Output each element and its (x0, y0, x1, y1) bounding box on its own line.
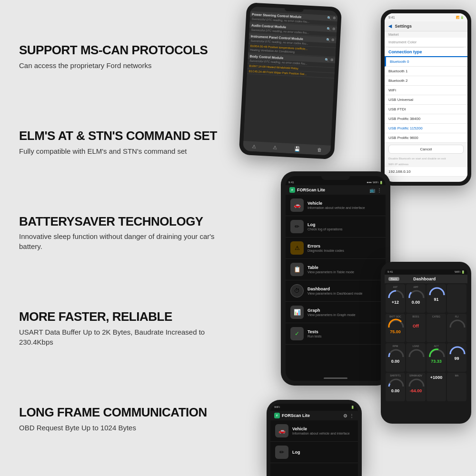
phone-dashboard: 9:41 WiFi🔋 Back Dashboard AST (381, 262, 471, 424)
left-panel: SUPPORT MS-CAN PROTOCOLS Can access the … (0, 0, 233, 476)
dashboard-time: 9:41 (387, 270, 393, 274)
dash-cell-unknown1: 91 (426, 284, 446, 313)
dash-cell-empty1 (447, 284, 466, 313)
connection-usb-universal[interactable]: USB Universal (385, 95, 467, 105)
dash-cell-ma: MA (447, 373, 466, 401)
phone-forscan-bottom: WiFi 🔋 F FORScan Lite ⚙ ⋮ 🚗 (267, 400, 362, 476)
forscan2-logo: F FORScan Lite (274, 413, 310, 418)
dash-cell-unknown3: +1000 (426, 373, 446, 401)
wifi-ip-label: WiFi IP address (385, 161, 467, 167)
feature-ms-can-desc: Can access the proprietary Ford networks (19, 60, 219, 70)
dash-cell-ast: AST +12 (386, 284, 405, 313)
feature-battery-desc: Innovative sleep function without danger… (19, 231, 219, 251)
connection-type-label: Connection type (385, 48, 467, 57)
menu-dashboard[interactable]: ⏱ Dashboard View parameters in Dashboard… (286, 280, 386, 302)
right-panel: Power Steering Control Module 🔍 ⚙ Succes… (228, 0, 476, 476)
cancel-button[interactable]: Cancel (388, 145, 464, 154)
dash-cell-rpm: RPM 0.00 (386, 343, 405, 372)
feature-elm-stn-title: ELM's AT & STN's COMMAND SET (19, 129, 219, 143)
dashboard-back-button[interactable]: Back (388, 277, 399, 281)
feature-long-frame-title: LONG FRAME COMMUNICATION (19, 406, 219, 420)
menu2-log[interactable]: ✏ Log (270, 442, 358, 463)
menu-vehicle[interactable]: 🚗 Vehicle Information about vehicle and … (286, 195, 386, 216)
connection-wifi[interactable]: WiFi (385, 86, 467, 95)
phone-forscan-menu: 9:41 ●●●WiFi🔋 F FORScan Lite 📺 ⋮ (281, 171, 390, 386)
menu-graph[interactable]: 📊 Graph View parameters in Graph mode (286, 302, 386, 323)
connection-bluetooth1[interactable]: Bluetooth 1 (385, 67, 467, 76)
menu-tests[interactable]: ✓ Tests Run tests (286, 323, 386, 345)
dashboard-title: Dashboard (413, 277, 436, 281)
forscan-logo: F FORScan Lite (289, 187, 325, 193)
dash-cell-fli: FLI (447, 314, 466, 342)
dash-cell-boo1: BOO1 Off (406, 314, 426, 342)
menu-errors[interactable]: ⚠ Errors Diagnostic trouble codes (286, 238, 386, 259)
feature-ms-can: SUPPORT MS-CAN PROTOCOLS Can access the … (19, 39, 219, 75)
dash-cell-app: APP 0.00 (406, 284, 426, 313)
forscan-time: 9:41 (288, 181, 294, 184)
feature-battery-title: BATTERYSAVER TECHNOLOGY (19, 215, 219, 229)
dash-cell-act: ACT 73.33 (426, 343, 446, 372)
connection-usb-prolific-9600[interactable]: USB Prolific 9600 (385, 133, 467, 143)
feature-battery: BATTERYSAVER TECHNOLOGY Innovative sleep… (19, 210, 219, 257)
menu-log[interactable]: ✏ Log Check log of operations (286, 216, 386, 238)
feature-long-frame: LONG FRAME COMMUNICATION OBD Request Byt… (19, 401, 219, 437)
phone-dtc: Power Steering Control Module 🔍 ⚙ Succes… (239, 2, 342, 159)
feature-elm-stn-desc: Fully compatible with ELM's and STN's co… (19, 146, 219, 156)
settings-footer: Disable Bluetooth on start and disable o… (385, 156, 467, 161)
menu2-vehicle[interactable]: 🚗 Vehicle Information about vehicle and … (270, 420, 358, 442)
phone-settings: 9:41 📶🔋 ◀ Settings Market Instrument Col… (381, 10, 471, 186)
dash-cell-unknown2: 99 (447, 343, 466, 372)
feature-faster-desc: USART Data Buffer Up to 2K Bytes, Baudra… (19, 327, 219, 347)
feature-elm-stn: ELM's AT & STN's COMMAND SET Fully compa… (19, 124, 219, 161)
connection-bluetooth0[interactable]: Bluetooth 0 (385, 57, 467, 67)
dash-cell-sparkadv: SPARKADV -64.00 (406, 373, 426, 401)
connection-usb-ftdi[interactable]: USB FTDI (385, 105, 467, 114)
menu-table[interactable]: 📋 Table View parameters in Table mode (286, 259, 386, 280)
connection-usb-prolific-38400[interactable]: USB Prolific 38400 (385, 114, 467, 124)
settings-title: ◀ Settings (385, 21, 467, 31)
wifi-ip-value: 192.168.0.10 (385, 167, 467, 177)
connection-bluetooth2[interactable]: Bluetooth 2 (385, 76, 467, 86)
dash-cell-categ: CATEG (426, 314, 446, 342)
connection-usb-prolific-115200[interactable]: USB Prolific 115200 (385, 124, 467, 133)
feature-faster: MORE FASTER, RELIABLE USART Data Buffer … (19, 305, 219, 352)
settings-time: 9:41 (388, 16, 395, 19)
forscan2-signal: WiFi (274, 406, 280, 409)
dash-cell-load: LOAD (406, 343, 426, 372)
dash-cell-shrtft1: SHRTFT1 0.00 (386, 373, 405, 401)
feature-ms-can-title: SUPPORT MS-CAN PROTOCOLS (19, 43, 219, 58)
dash-cell-batt-soc: BATT SOC 75.00 (386, 314, 405, 342)
feature-faster-title: MORE FASTER, RELIABLE (19, 310, 219, 324)
feature-long-frame-desc: OBD Request Byte Up to 1024 Bytes (19, 423, 219, 433)
